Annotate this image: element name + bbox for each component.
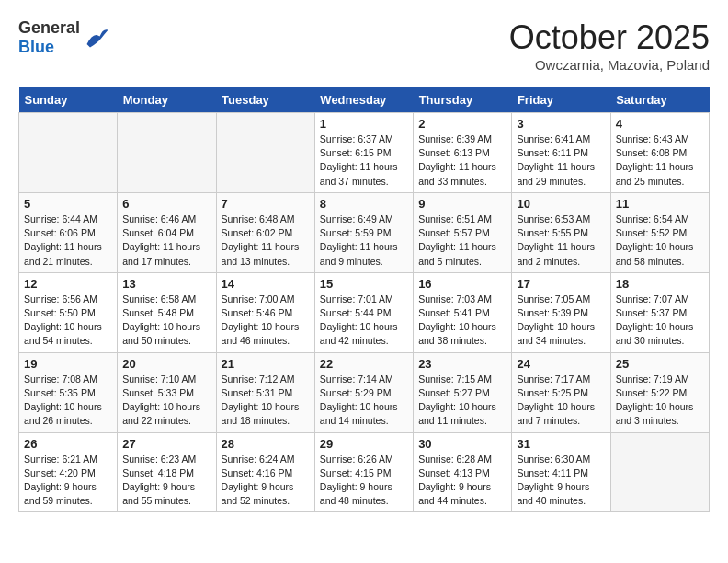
column-header-tuesday: Tuesday — [216, 87, 314, 113]
calendar-cell: 22Sunrise: 7:14 AM Sunset: 5:29 PM Dayli… — [314, 352, 413, 432]
day-number: 28 — [222, 437, 310, 451]
day-info: Sunrise: 7:12 AM Sunset: 5:31 PM Dayligh… — [222, 373, 310, 429]
day-number: 20 — [122, 357, 210, 371]
day-info: Sunrise: 7:00 AM Sunset: 5:46 PM Dayligh… — [222, 293, 310, 349]
day-number: 19 — [24, 357, 112, 371]
calendar-week-1: 1Sunrise: 6:37 AM Sunset: 6:15 PM Daylig… — [19, 113, 710, 193]
day-info: Sunrise: 7:15 AM Sunset: 5:27 PM Dayligh… — [418, 373, 506, 429]
day-number: 1 — [320, 117, 408, 131]
calendar-cell: 13Sunrise: 6:58 AM Sunset: 5:48 PM Dayli… — [118, 272, 216, 352]
day-info: Sunrise: 6:44 AM Sunset: 6:06 PM Dayligh… — [24, 213, 112, 269]
day-number: 11 — [616, 197, 704, 211]
column-header-thursday: Thursday — [414, 87, 512, 113]
day-number: 31 — [517, 437, 605, 451]
day-number: 30 — [418, 437, 506, 451]
calendar-cell: 25Sunrise: 7:19 AM Sunset: 5:22 PM Dayli… — [610, 352, 709, 432]
calendar-cell: 4Sunrise: 6:43 AM Sunset: 6:08 PM Daylig… — [610, 113, 709, 193]
day-info: Sunrise: 7:17 AM Sunset: 5:25 PM Dayligh… — [517, 373, 605, 429]
day-number: 16 — [418, 277, 506, 291]
day-info: Sunrise: 7:08 AM Sunset: 5:35 PM Dayligh… — [24, 373, 112, 429]
day-number: 9 — [418, 197, 506, 211]
day-number: 2 — [418, 117, 506, 131]
calendar-cell: 30Sunrise: 6:28 AM Sunset: 4:13 PM Dayli… — [414, 432, 512, 512]
calendar-cell: 1Sunrise: 6:37 AM Sunset: 6:15 PM Daylig… — [314, 113, 413, 193]
day-info: Sunrise: 6:41 AM Sunset: 6:11 PM Dayligh… — [517, 132, 605, 189]
day-number: 7 — [222, 197, 310, 211]
day-info: Sunrise: 7:14 AM Sunset: 5:29 PM Dayligh… — [320, 373, 408, 429]
day-number: 6 — [122, 197, 210, 211]
day-number: 12 — [24, 277, 112, 291]
day-info: Sunrise: 6:39 AM Sunset: 6:13 PM Dayligh… — [418, 132, 506, 189]
day-number: 3 — [517, 117, 605, 131]
calendar-header-row: SundayMondayTuesdayWednesdayThursdayFrid… — [19, 87, 710, 113]
calendar-cell: 16Sunrise: 7:03 AM Sunset: 5:41 PM Dayli… — [414, 272, 512, 352]
calendar-week-3: 12Sunrise: 6:56 AM Sunset: 5:50 PM Dayli… — [19, 272, 710, 352]
page-header: General Blue October 2025 Owczarnia, Maz… — [18, 18, 710, 73]
day-info: Sunrise: 7:03 AM Sunset: 5:41 PM Dayligh… — [418, 293, 506, 349]
day-number: 18 — [616, 277, 704, 291]
day-info: Sunrise: 6:58 AM Sunset: 5:48 PM Dayligh… — [122, 293, 210, 349]
calendar-cell: 2Sunrise: 6:39 AM Sunset: 6:13 PM Daylig… — [414, 113, 512, 193]
day-number: 21 — [222, 357, 310, 371]
day-number: 8 — [320, 197, 408, 211]
calendar-cell: 27Sunrise: 6:23 AM Sunset: 4:18 PM Dayli… — [118, 432, 216, 512]
calendar-cell: 26Sunrise: 6:21 AM Sunset: 4:20 PM Dayli… — [19, 432, 118, 512]
day-number: 13 — [122, 277, 210, 291]
day-info: Sunrise: 6:43 AM Sunset: 6:08 PM Dayligh… — [616, 132, 704, 189]
day-info: Sunrise: 7:05 AM Sunset: 5:39 PM Dayligh… — [517, 293, 605, 349]
month-title: October 2025 — [509, 18, 710, 57]
day-number: 4 — [616, 117, 704, 131]
calendar-cell: 23Sunrise: 7:15 AM Sunset: 5:27 PM Dayli… — [414, 352, 512, 432]
calendar-cell: 5Sunrise: 6:44 AM Sunset: 6:06 PM Daylig… — [19, 192, 118, 272]
day-info: Sunrise: 7:10 AM Sunset: 5:33 PM Dayligh… — [122, 373, 210, 429]
calendar-cell: 7Sunrise: 6:48 AM Sunset: 6:02 PM Daylig… — [216, 192, 314, 272]
logo-blue: Blue — [18, 38, 80, 57]
day-info: Sunrise: 6:49 AM Sunset: 5:59 PM Dayligh… — [320, 213, 408, 269]
day-info: Sunrise: 6:23 AM Sunset: 4:18 PM Dayligh… — [122, 453, 210, 509]
day-info: Sunrise: 6:21 AM Sunset: 4:20 PM Dayligh… — [24, 453, 112, 509]
calendar-cell: 3Sunrise: 6:41 AM Sunset: 6:11 PM Daylig… — [512, 113, 610, 193]
calendar-cell: 6Sunrise: 6:46 AM Sunset: 6:04 PM Daylig… — [118, 192, 216, 272]
calendar-table: SundayMondayTuesdayWednesdayThursdayFrid… — [18, 87, 710, 512]
column-header-saturday: Saturday — [610, 87, 709, 113]
calendar-cell: 20Sunrise: 7:10 AM Sunset: 5:33 PM Dayli… — [118, 352, 216, 432]
day-number: 15 — [320, 277, 408, 291]
day-number: 23 — [418, 357, 506, 371]
day-info: Sunrise: 7:01 AM Sunset: 5:44 PM Dayligh… — [320, 293, 408, 349]
column-header-sunday: Sunday — [19, 87, 118, 113]
day-info: Sunrise: 6:51 AM Sunset: 5:57 PM Dayligh… — [418, 213, 506, 269]
day-number: 10 — [517, 197, 605, 211]
day-info: Sunrise: 6:56 AM Sunset: 5:50 PM Dayligh… — [24, 293, 112, 349]
subtitle: Owczarnia, Mazovia, Poland — [509, 57, 710, 73]
day-info: Sunrise: 6:46 AM Sunset: 6:04 PM Dayligh… — [122, 213, 210, 269]
logo-bird-icon — [84, 25, 109, 51]
calendar-cell: 9Sunrise: 6:51 AM Sunset: 5:57 PM Daylig… — [414, 192, 512, 272]
calendar-cell: 31Sunrise: 6:30 AM Sunset: 4:11 PM Dayli… — [512, 432, 610, 512]
calendar-cell — [118, 113, 216, 193]
column-header-wednesday: Wednesday — [314, 87, 413, 113]
day-info: Sunrise: 7:07 AM Sunset: 5:37 PM Dayligh… — [616, 293, 704, 349]
day-info: Sunrise: 7:19 AM Sunset: 5:22 PM Dayligh… — [616, 373, 704, 429]
calendar-week-4: 19Sunrise: 7:08 AM Sunset: 5:35 PM Dayli… — [19, 352, 710, 432]
calendar-week-5: 26Sunrise: 6:21 AM Sunset: 4:20 PM Dayli… — [19, 432, 710, 512]
title-block: October 2025 Owczarnia, Mazovia, Poland — [509, 18, 710, 73]
column-header-monday: Monday — [118, 87, 216, 113]
calendar-cell — [216, 113, 314, 193]
calendar-cell — [610, 432, 709, 512]
day-number: 22 — [320, 357, 408, 371]
calendar-cell: 14Sunrise: 7:00 AM Sunset: 5:46 PM Dayli… — [216, 272, 314, 352]
day-number: 24 — [517, 357, 605, 371]
calendar-cell: 8Sunrise: 6:49 AM Sunset: 5:59 PM Daylig… — [314, 192, 413, 272]
day-info: Sunrise: 6:48 AM Sunset: 6:02 PM Dayligh… — [222, 213, 310, 269]
day-number: 5 — [24, 197, 112, 211]
day-number: 29 — [320, 437, 408, 451]
day-info: Sunrise: 6:53 AM Sunset: 5:55 PM Dayligh… — [517, 213, 605, 269]
calendar-cell: 11Sunrise: 6:54 AM Sunset: 5:52 PM Dayli… — [610, 192, 709, 272]
day-number: 14 — [222, 277, 310, 291]
calendar-cell: 29Sunrise: 6:26 AM Sunset: 4:15 PM Dayli… — [314, 432, 413, 512]
logo-text: General Blue — [18, 18, 80, 57]
day-info: Sunrise: 6:54 AM Sunset: 5:52 PM Dayligh… — [616, 213, 704, 269]
calendar-cell: 28Sunrise: 6:24 AM Sunset: 4:16 PM Dayli… — [216, 432, 314, 512]
column-header-friday: Friday — [512, 87, 610, 113]
day-info: Sunrise: 6:30 AM Sunset: 4:11 PM Dayligh… — [517, 453, 605, 509]
